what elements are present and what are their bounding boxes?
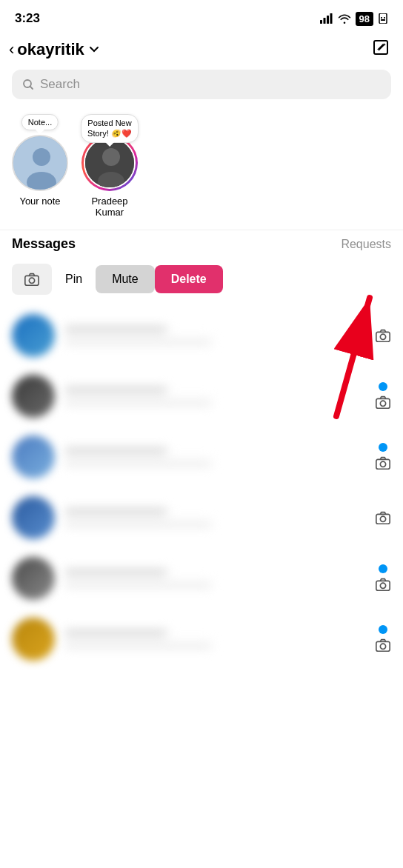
message-item[interactable] xyxy=(0,487,403,548)
edit-button[interactable] xyxy=(372,39,391,61)
svg-rect-4 xyxy=(379,13,387,24)
search-bar[interactable]: Search xyxy=(12,70,391,99)
svg-rect-0 xyxy=(320,20,322,24)
message-item[interactable] xyxy=(0,609,403,670)
unread-dot xyxy=(379,625,387,634)
messages-title: Messages xyxy=(12,236,76,252)
svg-point-28 xyxy=(380,516,385,521)
unread-dot xyxy=(379,564,387,573)
msg-right xyxy=(375,510,391,526)
mute-action-button[interactable]: Mute xyxy=(96,265,155,293)
svg-point-30 xyxy=(380,583,385,588)
msg-right xyxy=(375,443,391,471)
svg-point-15 xyxy=(102,148,120,166)
avatar xyxy=(12,557,55,600)
msg-preview xyxy=(64,521,212,530)
wifi-icon xyxy=(338,13,351,24)
search-placeholder: Search xyxy=(40,77,80,92)
msg-content xyxy=(64,567,366,590)
header-left: ‹ okayritik xyxy=(9,40,99,59)
msg-content xyxy=(64,506,366,530)
unread-dot xyxy=(379,443,387,452)
svg-rect-3 xyxy=(330,13,332,24)
story-your-note[interactable]: Note... Your note xyxy=(12,108,68,218)
msg-name xyxy=(64,324,167,334)
svg-rect-2 xyxy=(327,16,329,24)
svg-line-10 xyxy=(30,87,33,90)
camera-icon xyxy=(24,271,40,287)
msg-preview xyxy=(64,642,212,651)
status-bar: 3:23 98 xyxy=(0,0,403,33)
mute-label: Mute xyxy=(112,273,139,286)
search-icon xyxy=(22,79,34,90)
camera-small-icon xyxy=(375,576,391,592)
story-pradeep[interactable]: Posted NewStory! 🫨❤️ Pradeep Kumar xyxy=(80,108,139,218)
avatar xyxy=(12,375,55,418)
msg-name xyxy=(64,384,167,395)
requests-link[interactable]: Requests xyxy=(341,238,391,251)
msg-name xyxy=(64,445,167,455)
header: ‹ okayritik xyxy=(0,33,403,67)
avatar xyxy=(12,435,55,478)
svg-rect-6 xyxy=(384,17,385,19)
back-button[interactable]: ‹ xyxy=(9,40,14,59)
your-note-avatar xyxy=(12,135,68,191)
msg-right xyxy=(375,564,391,592)
msg-preview xyxy=(64,338,212,347)
svg-rect-17 xyxy=(25,276,39,285)
svg-rect-7 xyxy=(381,19,385,21)
message-item[interactable] xyxy=(0,548,403,609)
camera-small-icon xyxy=(375,510,391,526)
svg-point-26 xyxy=(380,461,385,467)
red-arrow-svg xyxy=(292,283,388,431)
sim-icon xyxy=(378,13,388,24)
svg-point-18 xyxy=(29,278,34,283)
pin-label: Pin xyxy=(65,273,82,286)
delete-label: Delete xyxy=(171,273,207,286)
avatar xyxy=(12,618,55,661)
camera-small-icon xyxy=(375,637,391,653)
pradeep-bubble: Posted NewStory! 🫨❤️ xyxy=(81,114,139,143)
delete-action-button[interactable]: Delete xyxy=(155,265,223,293)
pradeep-label: Pradeep Kumar xyxy=(80,196,139,218)
camera-action-button[interactable] xyxy=(12,264,52,295)
svg-point-12 xyxy=(33,148,50,166)
avatar xyxy=(12,496,55,539)
your-note-label: Your note xyxy=(19,196,60,207)
msg-content xyxy=(64,445,366,469)
username-label: okayritik xyxy=(17,40,84,59)
pin-action-button[interactable]: Pin xyxy=(52,265,96,293)
avatar xyxy=(12,314,55,357)
msg-name xyxy=(64,627,167,638)
signal-icon xyxy=(320,13,333,24)
msg-preview xyxy=(64,399,212,408)
svg-line-20 xyxy=(336,298,370,416)
svg-point-32 xyxy=(380,644,385,649)
status-icons: 98 xyxy=(320,12,388,26)
message-item[interactable] xyxy=(0,427,403,487)
msg-name xyxy=(64,506,167,516)
msg-content xyxy=(64,627,366,651)
chevron-down-icon[interactable] xyxy=(89,44,99,56)
section-header: Messages Requests xyxy=(0,230,403,256)
msg-name xyxy=(64,567,167,577)
battery-icon: 98 xyxy=(356,12,373,26)
msg-preview xyxy=(64,581,212,590)
stories-row: Note... Your note Posted NewStory! 🫨❤️ xyxy=(0,108,403,230)
msg-right xyxy=(375,625,391,653)
status-time: 3:23 xyxy=(15,11,40,26)
svg-rect-5 xyxy=(381,17,382,19)
camera-small-icon xyxy=(375,455,391,471)
note-bubble: Note... xyxy=(21,114,59,130)
svg-rect-1 xyxy=(323,18,325,24)
msg-preview xyxy=(64,460,212,469)
